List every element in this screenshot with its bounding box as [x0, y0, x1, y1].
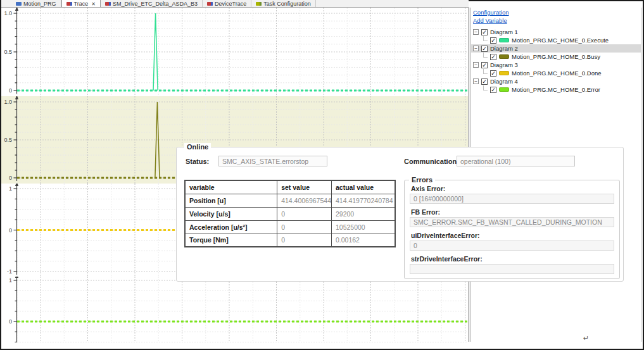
variable-name-cell: Acceleration [u/s²]	[185, 220, 277, 234]
trace-icon	[105, 2, 111, 6]
diagram-4-chart[interactable]: 10	[1, 277, 468, 342]
y-axis-tick-label: 1	[1, 185, 12, 192]
value-cell: 10525000	[331, 220, 395, 234]
y-axis-tick-label: 0	[1, 87, 12, 94]
value-cell: 0.00162	[331, 234, 395, 247]
trace-color-swatch	[499, 54, 509, 59]
table-row: Velocity [u/s]029200	[185, 207, 395, 220]
diagram-1-plot	[13, 8, 468, 96]
communication-label: Communication:	[404, 158, 459, 165]
online-panel: Online Status: SMC_AXIS_STATE.errorstop …	[176, 147, 624, 282]
tree-connector	[483, 36, 488, 41]
trace-color-swatch	[499, 71, 509, 75]
tree-item-diagram-1[interactable]: −✓Diagram 1	[471, 28, 641, 36]
status-field[interactable]: SMC_AXIS_STATE.errorstop	[218, 156, 327, 166]
collapse-icon[interactable]: −	[473, 78, 479, 84]
document-tabbar: Motion_PRGTrace✕SM_Drive_ETC_Delta_ASDA_…	[1, 0, 469, 8]
tab-sm-drive-etc-delta-asda-b3[interactable]: SM_Drive_ETC_Delta_ASDA_B3	[101, 0, 203, 7]
communication-field[interactable]: operational (100)	[457, 156, 575, 166]
tree-item-diagram-4[interactable]: −✓Diagram 4	[471, 77, 641, 85]
tab-label: SM_Drive_ETC_Delta_ASDA_B3	[113, 1, 198, 7]
tab-label: Trace	[74, 1, 89, 7]
error-field-label: uiDriveInterfaceError:	[411, 232, 619, 239]
value-cell: 0	[277, 220, 332, 234]
y-axis-tick-label: 1.0	[1, 10, 12, 16]
diagram-checkbox[interactable]: ✓	[481, 29, 488, 35]
trace-icon	[66, 2, 72, 6]
tab-trace[interactable]: Trace✕	[61, 0, 101, 7]
diagram-1-chart[interactable]: 1.00.50	[1, 8, 468, 96]
table-header-row: variableset valueactual value	[185, 180, 395, 194]
tree-connector	[483, 53, 488, 58]
value-cell: 414.4006967544	[277, 194, 332, 207]
tree-item-diagram-2[interactable]: −✓Diagram 2	[471, 44, 641, 53]
tab-label: Motion_PRG	[23, 1, 56, 7]
task-config-icon	[256, 2, 262, 6]
tab-label: Task Configuration	[263, 1, 311, 7]
value-cell: 414.419770240784	[331, 194, 395, 207]
trace-window: Motion_PRGTrace✕SM_Drive_ETC_Delta_ASDA_…	[0, 0, 644, 350]
tree-item-variable[interactable]: ✓Motion_PRG.MC_HOME_0.Busy	[471, 53, 641, 61]
axis-values-table: variableset valueactual value Position […	[184, 180, 396, 247]
tree-item-diagram-3[interactable]: −✓Diagram 3	[471, 61, 641, 69]
diagram-variable-tree: −✓Diagram 1✓Motion_PRG.MC_HOME_0.Execute…	[471, 28, 641, 94]
tree-connector	[483, 69, 488, 74]
tab-devicetrace[interactable]: DeviceTrace	[203, 0, 251, 7]
table-row: Acceleration [u/s²]010525000	[185, 220, 395, 234]
table-row: Position [u]414.4006967544414.4197702407…	[185, 194, 395, 207]
table-header: variable	[185, 180, 277, 194]
tree-item-variable[interactable]: ✓Motion_PRG.MC_HOME_0.Done	[471, 69, 641, 77]
errors-group-title: Errors	[409, 176, 435, 184]
variable-checkbox[interactable]: ✓	[490, 37, 496, 44]
variable-name-cell: Velocity [u/s]	[185, 207, 277, 220]
tree-item-variable[interactable]: ✓Motion_PRG.MC_HOME_0.Error	[471, 85, 641, 94]
tree-item-variable[interactable]: ✓Motion_PRG.MC_HOME_0.Execute	[471, 36, 641, 44]
y-axis-tick-label: 0	[1, 227, 12, 234]
diagram-checkbox[interactable]: ✓	[481, 62, 488, 68]
variable-name-cell: Torque [Nm]	[185, 234, 277, 247]
table-row: Torque [Nm]00.00162	[185, 234, 395, 247]
error-field-value[interactable]	[410, 264, 614, 274]
diagram-4-plot	[13, 277, 468, 342]
tree-connector	[483, 85, 488, 91]
variable-checkbox[interactable]: ✓	[490, 70, 496, 77]
error-field-value[interactable]: 0	[410, 241, 614, 251]
variable-label: Motion_PRG.MC_HOME_0.Execute	[512, 37, 609, 44]
online-group-title: Online	[184, 143, 211, 151]
error-field-value[interactable]: SMC_ERROR.SMC_FB_WASNT_CALLED_DURING_MOT…	[410, 217, 614, 227]
y-axis-tick-label: 1.0	[1, 99, 12, 105]
close-tab-icon[interactable]: ✕	[91, 1, 96, 7]
return-mark: ↵	[583, 334, 589, 342]
diagram-checkbox[interactable]: ✓	[481, 78, 488, 85]
variable-label: Motion_PRG.MC_HOME_0.Error	[512, 86, 600, 93]
collapse-icon[interactable]: −	[473, 29, 479, 35]
value-cell: 0	[277, 234, 332, 247]
status-label: Status:	[186, 158, 209, 165]
diagram-checkbox[interactable]: ✓	[481, 46, 488, 52]
configuration-link[interactable]: Configuration	[473, 9, 641, 16]
trace-icon	[207, 2, 213, 6]
trace-color-swatch	[499, 38, 509, 42]
y-axis-tick-label: 0.5	[1, 137, 12, 143]
error-field-label: FB Error:	[411, 208, 619, 216]
value-cell: 29200	[331, 207, 395, 220]
error-field-value[interactable]: 0 [16#00000000]	[410, 194, 614, 204]
pou-icon	[16, 2, 22, 6]
diagram-label: Diagram 2	[490, 45, 518, 52]
y-axis-tick-label: 1	[1, 277, 12, 284]
table-header: set value	[277, 180, 332, 194]
variable-label: Motion_PRG.MC_HOME_0.Done	[512, 70, 602, 77]
variable-checkbox[interactable]: ✓	[490, 87, 496, 93]
collapse-icon[interactable]: −	[473, 62, 479, 68]
value-cell: 0	[277, 207, 332, 220]
errors-groupbox: Errors Axis Error:0 [16#00000000]FB Erro…	[404, 180, 620, 279]
variable-name-cell: Position [u]	[185, 194, 277, 207]
variable-label: Motion_PRG.MC_HOME_0.Busy	[512, 53, 600, 60]
add-variable-link[interactable]: Add Variable	[473, 17, 641, 24]
trace-color-swatch	[499, 87, 509, 92]
tab-motion-prg[interactable]: Motion_PRG	[11, 0, 61, 7]
y-axis-tick-label: 0.5	[1, 49, 12, 55]
tab-task-configuration[interactable]: Task Configuration	[251, 0, 316, 7]
collapse-icon[interactable]: −	[473, 46, 479, 51]
variable-checkbox[interactable]: ✓	[490, 54, 496, 60]
